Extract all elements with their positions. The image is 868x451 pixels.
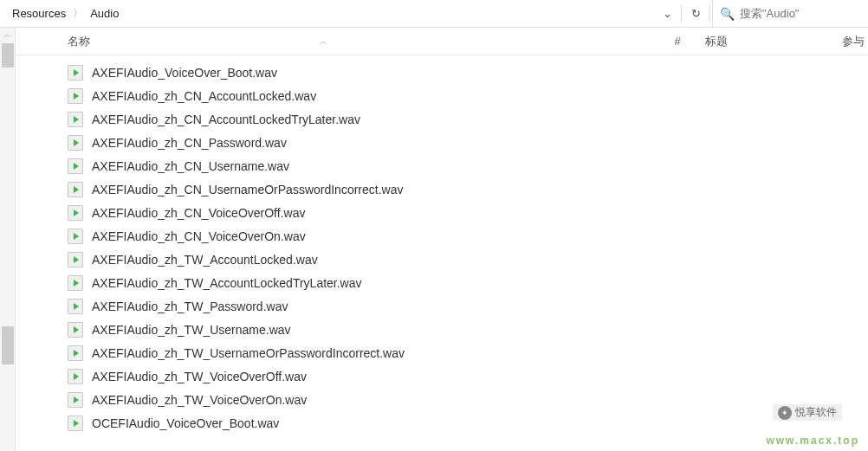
file-name-label: AXEFIAudio_zh_CN_AccountLockedTryLater.w… <box>92 113 360 126</box>
audio-file-icon <box>68 299 83 314</box>
column-name-label: 名称 <box>68 34 90 49</box>
column-header-number[interactable]: # <box>660 35 695 48</box>
audio-file-icon <box>68 252 83 267</box>
play-icon <box>74 396 79 403</box>
audio-file-icon <box>68 112 83 127</box>
refresh-icon: ↻ <box>691 7 701 20</box>
file-row[interactable]: AXEFIAudio_zh_CN_VoiceOverOn.wav <box>68 224 868 248</box>
play-icon <box>74 93 79 100</box>
play-icon <box>74 303 79 310</box>
wechat-icon: ✦ <box>778 406 792 420</box>
audio-file-icon <box>68 322 83 338</box>
separator <box>681 5 682 23</box>
search-box[interactable]: 🔍 <box>712 0 868 27</box>
play-icon <box>74 350 79 357</box>
file-name-label: AXEFIAudio_VoiceOver_Boot.wav <box>92 66 277 80</box>
file-row[interactable]: AXEFIAudio_zh_CN_Password.wav <box>68 131 868 154</box>
toolbar: Resources 〉 Audio ⌄ ↻ 🔍 <box>0 0 868 28</box>
watermark-badge: ✦ 悦享软件 <box>773 404 842 421</box>
file-row[interactable]: AXEFIAudio_zh_CN_Username.wav <box>68 154 868 177</box>
file-name-label: AXEFIAudio_zh_TW_VoiceOverOn.wav <box>92 393 307 407</box>
main-area: 名称 ︿ # 标题 参与 AXEFIAudio_VoiceOver_Boot.w… <box>16 28 868 451</box>
file-row[interactable]: AXEFIAudio_zh_CN_UsernameOrPasswordIncor… <box>68 177 868 201</box>
scrollbar-thumb[interactable] <box>2 326 14 364</box>
play-icon <box>74 280 79 287</box>
search-input[interactable] <box>740 7 861 20</box>
audio-file-icon <box>68 88 83 104</box>
audio-file-icon <box>68 182 83 197</box>
breadcrumb: Resources 〉 Audio <box>0 0 655 27</box>
audio-file-icon <box>68 369 83 384</box>
file-name-label: AXEFIAudio_zh_TW_Password.wav <box>92 300 288 313</box>
file-row[interactable]: AXEFIAudio_zh_TW_VoiceOverOff.wav <box>68 364 868 388</box>
play-icon <box>74 256 79 263</box>
file-row[interactable]: AXEFIAudio_zh_TW_VoiceOverOn.wav <box>68 388 868 411</box>
separator <box>709 5 710 23</box>
file-name-label: AXEFIAudio_zh_TW_AccountLocked.wav <box>92 253 318 267</box>
audio-file-icon <box>68 229 83 244</box>
file-row[interactable]: OCEFIAudio_VoiceOver_Boot.wav <box>68 411 868 435</box>
file-name-label: AXEFIAudio_zh_CN_Username.wav <box>92 159 289 173</box>
file-row[interactable]: AXEFIAudio_zh_CN_AccountLockedTryLater.w… <box>68 107 868 131</box>
play-icon <box>74 373 79 380</box>
refresh-button[interactable]: ↻ <box>683 0 708 27</box>
sort-up-icon: ︿ <box>319 35 327 48</box>
play-icon <box>74 186 79 193</box>
scroll-up-button[interactable]: ︿ <box>0 28 15 42</box>
breadcrumb-item[interactable]: Resources <box>7 3 71 23</box>
audio-file-icon <box>68 158 83 174</box>
play-icon <box>74 163 79 170</box>
file-name-label: AXEFIAudio_zh_TW_AccountLockedTryLater.w… <box>92 276 362 290</box>
content-area: ︿ 名称 ︿ # 标题 参与 AXEFIAudio_VoiceOver_Boot… <box>0 28 868 451</box>
breadcrumb-item[interactable]: Audio <box>85 3 124 23</box>
file-name-label: OCEFIAudio_VoiceOver_Boot.wav <box>92 416 279 430</box>
play-icon <box>74 326 79 333</box>
play-icon <box>74 69 79 76</box>
file-name-label: AXEFIAudio_zh_TW_Username.wav <box>92 323 291 337</box>
column-header-title[interactable]: 标题 <box>695 34 842 49</box>
file-name-label: AXEFIAudio_zh_TW_UsernameOrPasswordIncor… <box>92 346 405 360</box>
file-row[interactable]: AXEFIAudio_zh_TW_UsernameOrPasswordIncor… <box>68 341 868 364</box>
chevron-right-icon: 〉 <box>71 6 85 21</box>
toolbar-actions: ⌄ ↻ 🔍 <box>655 0 868 27</box>
scrollbar-thumb[interactable] <box>2 43 14 68</box>
file-list: AXEFIAudio_VoiceOver_Boot.wavAXEFIAudio_… <box>16 55 868 435</box>
audio-file-icon <box>68 65 83 81</box>
search-icon: 🔍 <box>720 7 735 21</box>
file-row[interactable]: AXEFIAudio_zh_CN_VoiceOverOff.wav <box>68 201 868 224</box>
file-name-label: AXEFIAudio_zh_CN_VoiceOverOn.wav <box>92 229 306 243</box>
file-name-label: AXEFIAudio_zh_CN_Password.wav <box>92 136 287 150</box>
nav-scrollbar[interactable]: ︿ <box>0 28 16 451</box>
column-header-extra[interactable]: 参与 <box>842 34 868 49</box>
play-icon <box>74 233 79 240</box>
file-row[interactable]: AXEFIAudio_VoiceOver_Boot.wav <box>68 61 868 84</box>
audio-file-icon <box>68 135 83 151</box>
history-down-button[interactable]: ⌄ <box>655 0 679 27</box>
file-name-label: AXEFIAudio_zh_CN_VoiceOverOff.wav <box>92 206 305 220</box>
play-icon <box>74 420 79 427</box>
file-name-label: AXEFIAudio_zh_TW_VoiceOverOff.wav <box>92 370 307 383</box>
play-icon <box>74 209 79 216</box>
file-row[interactable]: AXEFIAudio_zh_CN_AccountLocked.wav <box>68 84 868 107</box>
audio-file-icon <box>68 205 83 221</box>
play-icon <box>74 116 79 123</box>
watermark-badge-text: 悦享软件 <box>795 405 837 420</box>
file-name-label: AXEFIAudio_zh_CN_UsernameOrPasswordIncor… <box>92 183 403 197</box>
file-row[interactable]: AXEFIAudio_zh_TW_Username.wav <box>68 318 868 341</box>
audio-file-icon <box>68 416 83 431</box>
play-icon <box>74 139 79 146</box>
file-row[interactable]: AXEFIAudio_zh_TW_AccountLocked.wav <box>68 248 868 271</box>
columns-header: 名称 ︿ # 标题 参与 <box>16 28 868 55</box>
audio-file-icon <box>68 392 83 408</box>
file-row[interactable]: AXEFIAudio_zh_TW_Password.wav <box>68 294 868 318</box>
file-row[interactable]: AXEFIAudio_zh_TW_AccountLockedTryLater.w… <box>68 271 868 294</box>
column-header-name[interactable]: 名称 ︿ <box>68 34 660 49</box>
audio-file-icon <box>68 345 83 361</box>
audio-file-icon <box>68 275 83 291</box>
chevron-down-icon: ⌄ <box>663 7 672 20</box>
file-name-label: AXEFIAudio_zh_CN_AccountLocked.wav <box>92 89 316 103</box>
